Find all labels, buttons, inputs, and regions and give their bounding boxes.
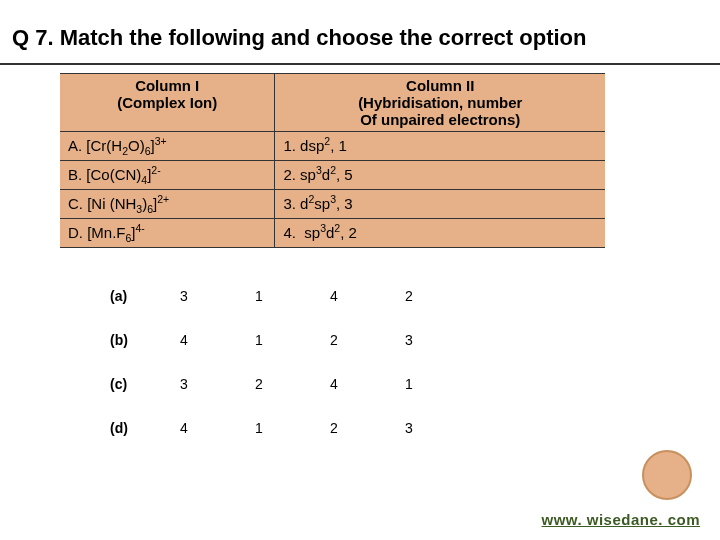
col2-line2: (Hybridisation, number (358, 94, 522, 111)
option-c-v1: 3 (180, 376, 255, 392)
option-a-v1: 3 (180, 288, 255, 304)
row-b-right: 2. sp3d2, 5 (275, 161, 605, 190)
column2-header: Column II (Hybridisation, number Of unpa… (275, 74, 605, 132)
row-d-left: D. [Mn.F6]4- (60, 219, 275, 248)
option-d-v4: 3 (405, 420, 480, 436)
option-a-v2: 1 (255, 288, 330, 304)
option-b-label: (b) (110, 332, 180, 348)
option-d-v2: 1 (255, 420, 330, 436)
option-c-v2: 2 (255, 376, 330, 392)
option-b-v4: 3 (405, 332, 480, 348)
option-d-v3: 2 (330, 420, 405, 436)
option-d-label: (d) (110, 420, 180, 436)
row-a-right: 1. dsp2, 1 (275, 132, 605, 161)
answer-options: (a) 3 1 4 2 (b) 4 1 2 3 (c) 3 2 4 1 (d) … (110, 288, 720, 436)
footer-link[interactable]: www. wisedane. com (542, 511, 701, 528)
question-title: Q 7. Match the following and choose the … (0, 0, 720, 65)
col1-line2: (Complex Ion) (117, 94, 217, 111)
option-b-v1: 4 (180, 332, 255, 348)
option-b[interactable]: (b) 4 1 2 3 (110, 332, 720, 348)
decorative-circle-icon (642, 450, 692, 500)
option-a[interactable]: (a) 3 1 4 2 (110, 288, 720, 304)
option-c-label: (c) (110, 376, 180, 392)
row-d-right: 4. sp3d2, 2 (275, 219, 605, 248)
option-b-v2: 1 (255, 332, 330, 348)
col2-line3: Of unpaired electrons) (360, 111, 520, 128)
option-a-v4: 2 (405, 288, 480, 304)
column1-header: Column I (Complex Ion) (60, 74, 275, 132)
row-c-left: C. [Ni (NH3)6]2+ (60, 190, 275, 219)
option-d[interactable]: (d) 4 1 2 3 (110, 420, 720, 436)
option-c[interactable]: (c) 3 2 4 1 (110, 376, 720, 392)
option-d-v1: 4 (180, 420, 255, 436)
option-a-label: (a) (110, 288, 180, 304)
option-b-v3: 2 (330, 332, 405, 348)
row-c-right: 3. d2sp3, 3 (275, 190, 605, 219)
row-a-left: A. [Cr(H2O)6]3+ (60, 132, 275, 161)
row-b-left: B. [Co(CN)4]2- (60, 161, 275, 190)
col2-line1: Column II (406, 77, 474, 94)
option-c-v4: 1 (405, 376, 480, 392)
option-a-v3: 4 (330, 288, 405, 304)
option-c-v3: 4 (330, 376, 405, 392)
match-table: Column I (Complex Ion) Column II (Hybrid… (60, 73, 605, 248)
col1-line1: Column I (135, 77, 199, 94)
